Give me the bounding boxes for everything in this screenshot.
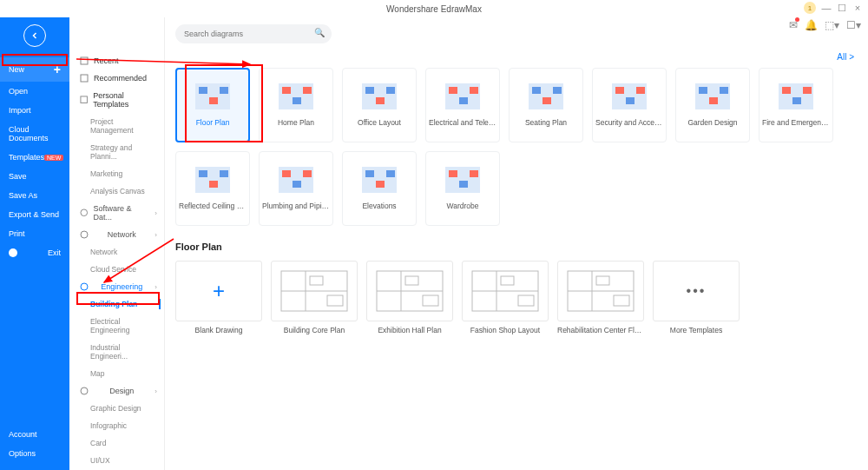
- category-marketing[interactable]: Marketing: [69, 165, 164, 182]
- template-card-fashion-shop-layout[interactable]: Fashion Shop Layout: [462, 261, 549, 334]
- template-label: Exhibition Hall Plan: [366, 326, 453, 334]
- sidebar-item-exit[interactable]: Exit: [0, 243, 69, 262]
- back-button[interactable]: [23, 24, 46, 47]
- category-design[interactable]: Design›: [69, 382, 164, 400]
- category-network[interactable]: Network: [69, 243, 164, 261]
- maximize-button[interactable]: ☐: [837, 3, 847, 13]
- diagram-card-wardrobe[interactable]: Wardrobe: [425, 151, 500, 226]
- card-label: Office Layout: [343, 118, 416, 127]
- category-map[interactable]: Map: [69, 365, 164, 382]
- sidebar-item-save[interactable]: Save: [0, 167, 69, 186]
- sidebar-item-new[interactable]: New+: [0, 57, 69, 82]
- diagram-type-grid: Floor PlanHome PlanOffice LayoutElectric…: [175, 68, 858, 226]
- diagram-card-elevations[interactable]: Elevations: [342, 151, 417, 226]
- diagram-card-floor-plan[interactable]: Floor Plan: [175, 68, 250, 142]
- card-thumb: [195, 83, 230, 109]
- sidebar-nav: New+OpenImportCloud DocumentsTemplatesNE…: [0, 57, 69, 262]
- svg-rect-1: [81, 75, 88, 82]
- category-personal-templates[interactable]: Personal Templates: [69, 87, 164, 113]
- template-thumb: •••: [653, 261, 740, 321]
- svg-rect-26: [596, 276, 609, 285]
- template-card-exhibition-hall-plan[interactable]: Exhibition Hall Plan: [366, 261, 453, 334]
- minimize-button[interactable]: —: [821, 3, 832, 13]
- category-graphic-design[interactable]: Graphic Design: [69, 400, 164, 417]
- card-label: Wardrobe: [426, 202, 499, 210]
- app-title: Wondershare EdrawMax: [386, 4, 482, 14]
- search-wrap: 🔍: [175, 24, 332, 43]
- category-cloud-service[interactable]: Cloud Service: [69, 261, 164, 278]
- card-thumb: [445, 167, 480, 193]
- notification-badge[interactable]: 1: [804, 2, 816, 14]
- sidebar-item-templates[interactable]: TemplatesNEW: [0, 148, 69, 167]
- template-label: Fashion Shop Layout: [462, 326, 549, 334]
- template-card-rehabilitation-center-floor-pl-[interactable]: Rehabilitation Center Floor Pl...: [557, 261, 644, 334]
- template-label: Building Core Plan: [271, 326, 358, 334]
- svg-rect-16: [405, 276, 418, 285]
- template-card-more-templates[interactable]: •••More Templates: [653, 261, 740, 334]
- category-card[interactable]: Card: [69, 434, 164, 452]
- card-thumb: [195, 167, 230, 193]
- card-label: Fire and Emergency Pl...: [760, 118, 832, 127]
- diagram-card-home-plan[interactable]: Home Plan: [259, 68, 333, 142]
- template-label: More Templates: [653, 326, 740, 334]
- category-building-plan[interactable]: Building Plan: [69, 295, 164, 313]
- category-recent[interactable]: Recent: [69, 52, 164, 70]
- search-input[interactable]: [175, 24, 332, 43]
- category-network[interactable]: Network›: [69, 226, 164, 243]
- sidebar-item-export-&-send[interactable]: Export & Send: [0, 205, 69, 224]
- diagram-card-seating-plan[interactable]: Seating Plan: [509, 68, 583, 142]
- category-project-management[interactable]: Project Management: [69, 113, 164, 139]
- category-engineering[interactable]: Engineering›: [69, 278, 164, 295]
- template-grid: +Blank DrawingBuilding Core PlanExhibiti…: [175, 261, 858, 334]
- category-software-dat-[interactable]: Software & Dat...›: [69, 200, 164, 226]
- card-thumb: [362, 83, 397, 109]
- svg-rect-12: [327, 295, 343, 306]
- diagram-card-garden-design[interactable]: Garden Design: [675, 68, 750, 142]
- card-label: Home Plan: [260, 118, 332, 127]
- diagram-card-security-and-access-pl-[interactable]: Security and Access Pl...: [592, 68, 667, 142]
- card-label: Seating Plan: [510, 118, 582, 127]
- diagram-card-plumbing-and-piping-[interactable]: Plumbing and Piping ...: [259, 151, 333, 226]
- diagram-card-office-layout[interactable]: Office Layout: [342, 68, 417, 142]
- category-panel: RecentRecommendedPersonal TemplatesProje…: [69, 17, 165, 470]
- sidebar-item-account[interactable]: Account: [0, 425, 69, 444]
- category-icon: [80, 74, 89, 83]
- sidebar-item-open[interactable]: Open: [0, 82, 69, 101]
- sidebar-item-options[interactable]: Options: [0, 444, 69, 463]
- diagram-card-electrical-and-telecom-[interactable]: Electrical and Telecom...: [425, 68, 500, 142]
- card-thumb: [279, 167, 313, 193]
- plus-icon: +: [213, 279, 225, 303]
- category-recommended[interactable]: Recommended: [69, 70, 164, 87]
- search-icon[interactable]: 🔍: [314, 28, 325, 37]
- category-strategy-and-planni-[interactable]: Strategy and Planni...: [69, 139, 164, 165]
- sidebar-item-print[interactable]: Print: [0, 224, 69, 243]
- window-controls: 1 — ☐ ×: [804, 2, 863, 14]
- category-ui-ux[interactable]: UI/UX: [69, 452, 164, 469]
- diagram-card-reflected-ceiling-plan[interactable]: Reflected Ceiling Plan: [175, 151, 250, 226]
- template-thumb: [462, 261, 549, 321]
- template-card-building-core-plan[interactable]: Building Core Plan: [271, 261, 358, 334]
- category-electrical-engineering[interactable]: Electrical Engineering: [69, 313, 164, 339]
- template-label: Rehabilitation Center Floor Pl...: [557, 326, 644, 334]
- category-analysis-canvas[interactable]: Analysis Canvas: [69, 182, 164, 200]
- sidebar-bottom: AccountOptions: [0, 425, 69, 463]
- svg-point-4: [81, 231, 88, 238]
- svg-rect-21: [501, 276, 514, 285]
- template-card-blank-drawing[interactable]: +Blank Drawing: [175, 261, 262, 334]
- card-thumb: [445, 83, 480, 109]
- category-infographic[interactable]: Infographic: [69, 417, 164, 434]
- diagram-card-fire-and-emergency-pl-[interactable]: Fire and Emergency Pl...: [759, 68, 833, 142]
- category-icon: [80, 230, 89, 239]
- category-industrial-engineeri-[interactable]: Industrial Engineeri...: [69, 339, 164, 365]
- sidebar-item-cloud-documents[interactable]: Cloud Documents: [0, 120, 69, 148]
- sidebar-item-import[interactable]: Import: [0, 101, 69, 120]
- svg-point-5: [81, 283, 88, 290]
- sidebar-item-save-as[interactable]: Save As: [0, 186, 69, 205]
- sidebar: New+OpenImportCloud DocumentsTemplatesNE…: [0, 17, 69, 470]
- template-label: Blank Drawing: [175, 326, 262, 334]
- card-thumb: [779, 83, 813, 109]
- category-icon: [80, 96, 88, 104]
- close-button[interactable]: ×: [852, 3, 863, 13]
- card-label: Garden Design: [676, 118, 749, 127]
- all-link[interactable]: All >: [837, 52, 854, 62]
